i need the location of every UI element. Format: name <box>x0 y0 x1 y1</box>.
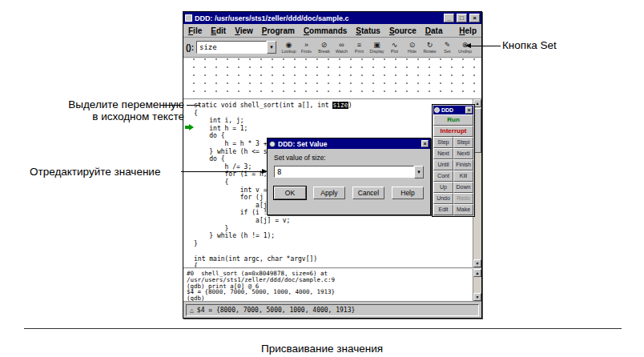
command-row: UndoRedo <box>433 193 473 204</box>
console-scrollbar[interactable]: ▲ ▼ <box>473 269 481 301</box>
close-button[interactable]: × <box>469 14 480 22</box>
hide-button[interactable]: ⊙Hide <box>404 38 421 57</box>
argument-dropdown-icon[interactable]: ▼ <box>267 41 276 54</box>
command-tool-close-icon[interactable]: × <box>465 106 473 114</box>
argument-input[interactable] <box>196 41 267 54</box>
menu-help[interactable]: Help <box>459 26 477 35</box>
plot-label: Plot <box>391 49 398 54</box>
break-icon: ⊘ <box>321 41 328 49</box>
command-tool-grid: StepStepiNextNextiUntilFinishContKillUpD… <box>433 137 473 215</box>
window-icon <box>185 14 192 22</box>
annotation-arrowhead-icon <box>465 43 471 48</box>
menu-status[interactable]: Status <box>356 26 380 35</box>
set-value-dialog: DDD: Set Value × Set value of size: ▼ OK… <box>267 138 431 215</box>
menu-bar: FileEditViewProgramCommandsStatusSourceD… <box>183 24 481 38</box>
find-button[interactable]: »Find» <box>298 38 315 57</box>
annotation-line <box>181 171 262 172</box>
toolbar-buttons: ◉Lookup»Find»⊘Break∞Watch≡Print▣Display∿… <box>280 38 479 57</box>
menu-program[interactable]: Program <box>262 26 295 35</box>
interrupt-button[interactable]: Interrupt <box>433 126 473 137</box>
menu-view[interactable]: View <box>235 26 253 35</box>
scroll-down-icon[interactable]: ▼ <box>473 293 481 301</box>
watch-label: Watch <box>336 49 348 54</box>
title-bar: DDD: /usr/users/sts1/zeller/ddd/doc/samp… <box>183 12 481 24</box>
toolbar: (): ▼ ◉Lookup»Find»⊘Break∞Watch≡Print▣Di… <box>183 38 481 58</box>
cmd-cont-button[interactable]: Cont <box>433 170 453 182</box>
rotate-button[interactable]: ↻Rotate <box>421 38 438 57</box>
run-button[interactable]: Run <box>433 114 473 126</box>
watch-icon: ∞ <box>339 41 344 49</box>
minimize-button[interactable]: _ <box>444 14 454 22</box>
print-icon: ≡ <box>357 41 361 49</box>
data-display-canvas[interactable] <box>183 58 481 99</box>
cmd-step-button[interactable]: Step <box>433 137 453 148</box>
dialog-apply-button[interactable]: Apply <box>313 187 345 199</box>
caption-separator <box>24 328 622 329</box>
dialog-input-row: ▼ <box>274 166 424 178</box>
lookup-button[interactable]: ◉Lookup <box>280 38 297 57</box>
figure-caption: Присваивание значения <box>0 343 644 355</box>
break-label: Break <box>318 49 329 54</box>
cmd-kill-button[interactable]: Kill <box>453 170 473 182</box>
dialog-icon <box>269 141 276 147</box>
print-button[interactable]: ≡Print <box>351 38 368 57</box>
cmd-next-button[interactable]: Next <box>433 148 453 159</box>
scroll-down-icon[interactable]: ▼ <box>473 259 481 267</box>
dialog-cancel-button[interactable]: Cancel <box>352 187 384 199</box>
break-button[interactable]: ⊘Break <box>316 38 332 57</box>
ddd-window: DDD: /usr/users/sts1/zeller/ddd/doc/samp… <box>183 11 482 319</box>
cmd-make-button[interactable]: Make <box>453 204 473 215</box>
menu-file[interactable]: File <box>188 26 202 35</box>
dialog-ok-button[interactable]: OK <box>274 187 306 199</box>
command-row: EditMake <box>433 204 473 215</box>
status-bar: △ $4 = {8000, 7000, 5000, 1000, 4000, 19… <box>183 302 481 318</box>
annotation-line <box>163 105 183 106</box>
lookup-icon: ◉ <box>286 41 292 49</box>
rotate-icon: ↻ <box>427 41 433 49</box>
watch-button[interactable]: ∞Watch <box>333 38 350 57</box>
cmd-finish-button[interactable]: Finish <box>453 159 473 170</box>
display-label: Display <box>369 49 384 54</box>
gdb-console-text[interactable]: #0 shell_sort (a=0x8049878, size=6) at /… <box>187 271 335 302</box>
value-dropdown-icon[interactable]: ▼ <box>414 166 424 178</box>
dialog-label: Set value of size: <box>274 154 424 162</box>
command-tool-icon <box>434 107 440 113</box>
display-button[interactable]: ▣Display <box>368 38 385 57</box>
cmd-stepi-button[interactable]: Stepi <box>453 137 473 148</box>
annotation-line <box>471 46 501 46</box>
cmd-edit-button[interactable]: Edit <box>433 204 453 215</box>
argument-combo: ▼ <box>196 41 276 54</box>
menu-data[interactable]: Data <box>425 26 443 35</box>
command-tool: DDD × Run Interrupt StepStepiNextNextiUn… <box>432 104 475 217</box>
plot-button[interactable]: ∿Plot <box>386 38 403 57</box>
argument-label: (): <box>186 43 194 52</box>
command-row: ContKill <box>433 170 473 182</box>
menu-edit[interactable]: Edit <box>211 26 226 35</box>
dialog-title: DDD: Set Value <box>278 140 419 148</box>
hide-icon: ⊙ <box>409 41 416 49</box>
selected-variable[interactable]: size <box>332 102 348 109</box>
maximize-button[interactable]: □ <box>457 14 467 22</box>
command-row: UpDown <box>433 182 473 193</box>
value-input[interactable] <box>274 166 414 178</box>
scroll-up-icon[interactable]: ▲ <box>473 269 481 277</box>
set-button[interactable]: ✎Set <box>439 38 456 57</box>
code-line1-suffix: ) <box>348 102 352 109</box>
dialog-buttons: OKApplyCancelHelp <box>274 187 424 199</box>
cmd-until-button[interactable]: Until <box>433 159 453 170</box>
cmd-up-button[interactable]: Up <box>433 182 453 193</box>
cmd-undo-button[interactable]: Undo <box>433 193 453 204</box>
annotation-set-button: Кнопка Set <box>502 39 557 51</box>
menu-commands[interactable]: Commands <box>304 26 347 35</box>
cmd-down-button[interactable]: Down <box>453 182 473 193</box>
status-led-icon[interactable]: △ <box>190 307 194 314</box>
dialog-close-icon[interactable]: × <box>421 140 429 147</box>
command-tool-title: DDD <box>441 107 464 113</box>
console-pane[interactable]: #0 shell_sort (a=0x8049878, size=6) at /… <box>183 269 481 302</box>
dialog-help-button[interactable]: Help <box>392 187 424 199</box>
cmd-nexti-button[interactable]: Nexti <box>453 148 473 159</box>
plot-icon: ∿ <box>392 41 398 49</box>
menu-source[interactable]: Source <box>389 26 417 35</box>
annotation-line <box>187 105 200 106</box>
cmd-redo-button[interactable]: Redo <box>453 193 473 204</box>
